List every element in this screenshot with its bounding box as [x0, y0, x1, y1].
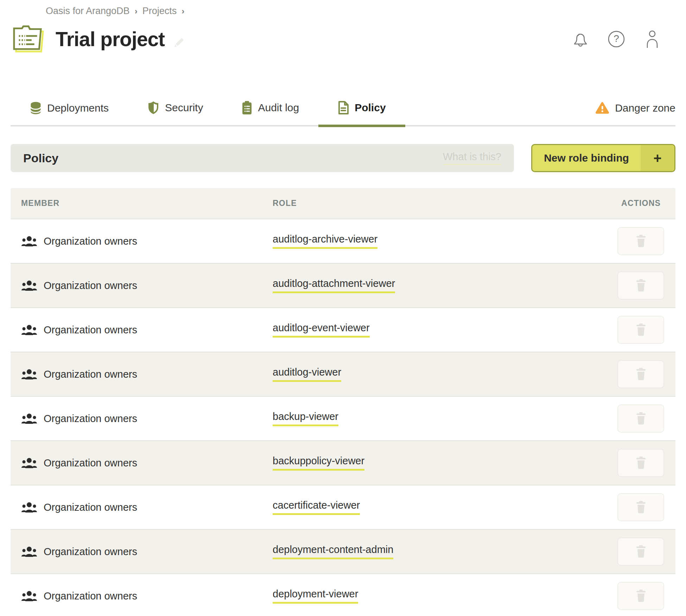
group-icon [21, 280, 37, 291]
member-name: Organization owners [44, 235, 137, 247]
actions-cell [605, 538, 675, 566]
delete-role-binding-button[interactable] [617, 360, 664, 388]
policy-table: MEMBER ROLE ACTIONS Organization owners … [11, 188, 675, 616]
role-cell: auditlog-attachment-viewer [273, 278, 605, 293]
table-row: Organization owners deployment-viewer [11, 573, 675, 616]
trash-icon [636, 590, 646, 602]
tab-label: Deployments [47, 102, 109, 114]
question-circle-icon[interactable]: ? [607, 30, 625, 48]
table-row: Organization owners auditlog-archive-vie… [11, 219, 675, 263]
table-row: Organization owners cacertificate-viewer [11, 485, 675, 529]
role-link[interactable]: cacertificate-viewer [273, 499, 360, 515]
table-row: Organization owners deployment-content-a… [11, 529, 675, 573]
bell-icon[interactable] [571, 30, 590, 48]
role-cell: cacertificate-viewer [273, 499, 605, 515]
group-icon [21, 324, 37, 335]
tab-label: Security [165, 102, 203, 114]
delete-role-binding-button[interactable] [617, 493, 664, 521]
column-header-role: ROLE [273, 199, 605, 208]
new-role-binding-label: New role binding [532, 145, 641, 171]
delete-role-binding-button[interactable] [617, 227, 664, 255]
table-row: Organization owners backup-viewer [11, 396, 675, 440]
tab-policy[interactable]: Policy [318, 101, 405, 125]
folder-icon [11, 23, 46, 55]
role-link[interactable]: auditlog-viewer [273, 366, 341, 382]
group-icon [21, 235, 37, 247]
column-header-member: MEMBER [11, 199, 273, 208]
breadcrumb-item-projects[interactable]: Projects [142, 6, 177, 17]
role-link[interactable]: deployment-viewer [273, 588, 358, 604]
delete-role-binding-button[interactable] [617, 449, 664, 477]
role-link[interactable]: backuppolicy-viewer [273, 455, 364, 471]
delete-role-binding-button[interactable] [617, 538, 664, 566]
group-icon [21, 502, 37, 513]
table-row: Organization owners auditlog-attachment-… [11, 263, 675, 307]
clipboard-icon [242, 101, 252, 115]
actions-cell [605, 582, 675, 610]
breadcrumb-separator: › [182, 6, 184, 16]
tab-bar: Deployments Security Audit log [11, 77, 675, 126]
role-cell: auditlog-event-viewer [273, 322, 605, 338]
trash-icon [636, 457, 646, 469]
svg-text:?: ? [614, 33, 619, 44]
trash-icon [636, 545, 646, 558]
tab-security[interactable]: Security [128, 101, 222, 125]
trash-icon [636, 501, 646, 514]
group-icon [21, 413, 37, 424]
actions-cell [605, 316, 675, 344]
role-cell: auditlog-viewer [273, 366, 605, 382]
member-cell: Organization owners [11, 502, 273, 513]
member-name: Organization owners [44, 590, 137, 602]
danger-zone-label: Danger zone [615, 102, 675, 114]
role-cell: backup-viewer [273, 411, 605, 426]
tab-deployments[interactable]: Deployments [11, 101, 128, 125]
role-link[interactable]: backup-viewer [273, 411, 338, 426]
trash-icon [636, 412, 646, 425]
delete-role-binding-button[interactable] [617, 582, 664, 610]
pencil-icon[interactable] [172, 36, 186, 50]
role-link[interactable]: auditlog-event-viewer [273, 322, 370, 338]
person-icon[interactable] [643, 30, 661, 48]
member-cell: Organization owners [11, 413, 273, 425]
trash-icon [636, 368, 646, 381]
group-icon [21, 590, 37, 602]
actions-cell [605, 404, 675, 433]
actions-cell [605, 449, 675, 477]
what-is-this-link[interactable]: What is this? [443, 151, 501, 165]
warning-triangle-icon [595, 101, 609, 115]
group-icon [21, 369, 37, 380]
member-name: Organization owners [44, 457, 137, 469]
delete-role-binding-button[interactable] [617, 404, 664, 433]
role-link[interactable]: deployment-content-admin [273, 544, 393, 559]
actions-cell [605, 271, 675, 300]
role-cell: auditlog-archive-viewer [273, 233, 605, 249]
member-name: Organization owners [44, 280, 137, 291]
member-cell: Organization owners [11, 590, 273, 602]
delete-role-binding-button[interactable] [617, 271, 664, 300]
policy-table-body: Organization owners auditlog-archive-vie… [11, 219, 675, 616]
tab-audit-log[interactable]: Audit log [222, 101, 318, 125]
role-link[interactable]: auditlog-archive-viewer [273, 233, 377, 249]
group-icon [21, 457, 37, 469]
policy-toolbar: Policy What is this? New role binding + [11, 144, 675, 172]
new-role-binding-button[interactable]: New role binding + [531, 144, 675, 172]
document-icon [338, 101, 349, 115]
tab-danger-zone[interactable]: Danger zone [595, 101, 675, 125]
table-row: Organization owners auditlog-viewer [11, 352, 675, 396]
breadcrumb-item-oasis[interactable]: Oasis for ArangoDB [46, 6, 130, 17]
trash-icon [636, 323, 646, 336]
column-header-actions: ACTIONS [605, 199, 675, 208]
delete-role-binding-button[interactable] [617, 316, 664, 344]
table-row: Organization owners auditlog-event-viewe… [11, 307, 675, 352]
page: Oasis for ArangoDB › Projects › Trial pr… [0, 0, 686, 616]
member-cell: Organization owners [11, 457, 273, 469]
policy-table-header: MEMBER ROLE ACTIONS [11, 188, 675, 219]
plus-icon: + [641, 145, 674, 171]
role-link[interactable]: auditlog-attachment-viewer [273, 278, 395, 293]
database-stack-icon [30, 101, 42, 115]
actions-cell [605, 493, 675, 521]
breadcrumb-separator: › [135, 6, 138, 16]
page-header: Trial project ? [11, 19, 661, 59]
actions-cell [605, 360, 675, 388]
member-cell: Organization owners [11, 369, 273, 380]
